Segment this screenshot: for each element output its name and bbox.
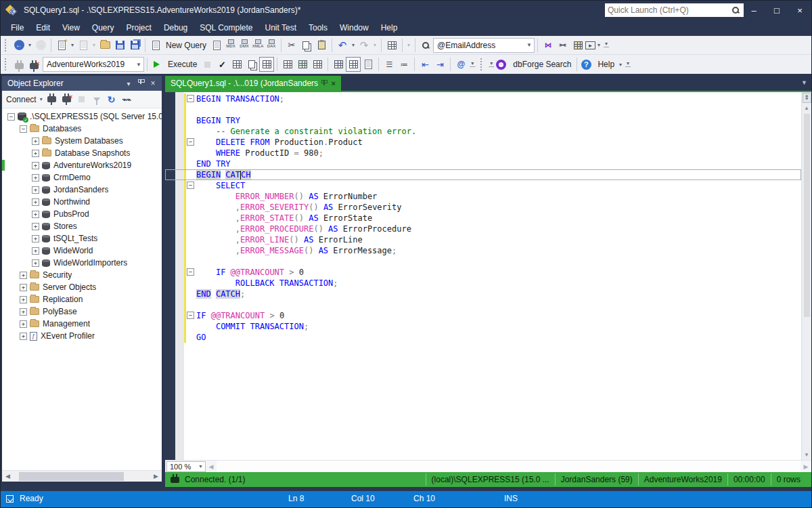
specify-values-button[interactable]: @ xyxy=(453,57,468,72)
toolbar2-overflow-3[interactable]: ▾— xyxy=(624,61,632,68)
code-line-3[interactable]: BEGIN TRY xyxy=(165,115,801,126)
maximize-button[interactable]: □ xyxy=(765,1,788,20)
code-line-13[interactable]: ,ERROR_PROCEDURE() AS ErrorProcedure xyxy=(165,224,801,234)
code-line-20[interactable] xyxy=(165,299,801,310)
code-line-15[interactable]: ,ERROR_MESSAGE() AS ErrorMessage; xyxy=(165,245,801,256)
code-line-11[interactable]: ,ERROR_SEVERITY() AS ErrorSeverity xyxy=(165,202,801,213)
undo-button[interactable]: ↶ xyxy=(335,38,350,53)
tree-item-stores[interactable]: +Stores xyxy=(2,220,162,232)
estimated-plan-button[interactable] xyxy=(229,57,244,72)
paste-button[interactable] xyxy=(314,38,329,53)
code-line-6[interactable]: WHERE ProductID = 980; xyxy=(165,148,801,158)
add-item-button[interactable] xyxy=(76,38,91,53)
connect-button[interactable]: Connect xyxy=(6,95,37,104)
menu-debug[interactable]: Debug xyxy=(158,21,194,35)
expand-icon[interactable]: + xyxy=(32,223,39,230)
object-explorer-hscrollbar[interactable]: ◀ ▶ xyxy=(2,470,162,482)
expand-icon[interactable]: + xyxy=(20,320,27,328)
tree-item-crmdemo[interactable]: +CrmDemo xyxy=(2,171,162,184)
code-line-19[interactable]: END CATCH; xyxy=(165,289,801,299)
tree-item-server-objects[interactable]: +Server Objects xyxy=(2,281,162,293)
expand-icon[interactable]: + xyxy=(32,211,39,218)
expand-icon[interactable]: + xyxy=(20,333,27,340)
copy-button[interactable] xyxy=(299,38,314,53)
parse-button[interactable]: ✓ xyxy=(215,57,229,72)
toolbar-overflow[interactable]: ▾— xyxy=(602,41,610,49)
object-explorer-header[interactable]: Object Explorer ▾ × xyxy=(2,76,162,91)
help-button[interactable]: Help xyxy=(597,60,614,69)
tree-item-northwind[interactable]: +Northwind xyxy=(2,196,162,208)
query-options-button[interactable] xyxy=(244,57,259,72)
code-line-8[interactable]: BEGIN CATCH xyxy=(165,169,801,180)
results-to-text-button[interactable] xyxy=(331,57,346,72)
minimize-button[interactable]: – xyxy=(742,1,765,20)
tab-list-chevron-icon[interactable]: ▼ xyxy=(801,79,807,86)
menu-help[interactable]: Help xyxy=(375,21,404,35)
quick-launch-input[interactable] xyxy=(605,5,731,15)
decrease-indent-button[interactable]: ⇤ xyxy=(418,57,432,72)
code-line-23[interactable]: GO xyxy=(165,332,801,343)
code-line-12[interactable]: ,ERROR_STATE() AS ErrorState xyxy=(165,213,801,224)
code-line-4[interactable]: -- Generate a constraint violation error… xyxy=(165,126,801,137)
toolbar-grip-2[interactable] xyxy=(5,58,9,70)
command-window-button[interactable]: ▸ xyxy=(585,41,595,49)
tree-item-database-snapshots[interactable]: +Database Snapshots xyxy=(2,147,162,159)
stop-button[interactable] xyxy=(74,92,89,107)
email-combobox[interactable]: @EmailAddress ▼ xyxy=(433,38,535,53)
menu-edit[interactable]: Edit xyxy=(30,21,56,35)
activity-monitor-icon[interactable]: ⌁⌁ xyxy=(119,92,134,107)
execute-icon[interactable] xyxy=(150,57,165,72)
tree-item-wideworldimporters[interactable]: +WideWorldImporters xyxy=(2,257,162,269)
code-line-1[interactable]: −BEGIN TRANSACTION; xyxy=(165,93,801,104)
command-window-dropdown[interactable]: ▾ xyxy=(595,42,602,48)
toolbar2-overflow-2[interactable]: ▾— xyxy=(487,61,495,68)
tree-item-security[interactable]: +Security xyxy=(2,269,162,281)
save-button[interactable] xyxy=(112,38,127,53)
new-dmx-query-button[interactable]: DMX xyxy=(238,39,251,51)
tree-item-tsqlt-tests[interactable]: +tSQLt_Tests xyxy=(2,232,162,245)
scroll-thumb[interactable] xyxy=(19,472,124,481)
redo-dropdown[interactable]: ▾ xyxy=(371,42,378,48)
execute-button[interactable]: Execute xyxy=(168,60,197,69)
open-file-button[interactable] xyxy=(97,38,112,53)
panel-pin-icon[interactable] xyxy=(135,79,147,88)
dbforge-search-button[interactable]: dbForge Search xyxy=(513,60,571,69)
toolbar2-overflow-1[interactable]: ▾— xyxy=(468,61,476,68)
connect-plug-icon[interactable] xyxy=(12,57,26,72)
code-area[interactable]: −BEGIN TRANSACTION;BEGIN TRY -- Generate… xyxy=(165,92,801,460)
expand-icon[interactable]: + xyxy=(32,137,39,145)
menu-tools[interactable]: Tools xyxy=(302,21,334,35)
code-line-22[interactable]: COMMIT TRANSACTION; xyxy=(165,321,801,332)
zoom-combobox[interactable]: 100 % ▼ xyxy=(166,461,206,472)
panel-close-icon[interactable]: × xyxy=(147,79,159,88)
code-line-10[interactable]: ERROR_NUMBER() AS ErrorNumber xyxy=(165,191,801,202)
navigate-back-dropdown[interactable]: ▾ xyxy=(26,42,33,48)
expand-icon[interactable]: + xyxy=(20,272,27,279)
expand-icon[interactable]: + xyxy=(32,186,39,194)
expand-icon[interactable]: + xyxy=(32,198,39,206)
properties-wrench-button[interactable]: 🔧︎ xyxy=(556,38,570,53)
fold-collapse-icon[interactable]: − xyxy=(187,182,194,189)
menu-window[interactable]: Window xyxy=(334,21,375,35)
comment-lines-button[interactable]: ☰ xyxy=(382,57,397,72)
expand-icon[interactable]: + xyxy=(32,162,39,169)
scroll-up-icon[interactable]: ▲ xyxy=(804,105,809,111)
editor-vscrollbar[interactable]: ⇕ ▲ ▼ xyxy=(801,92,811,460)
code-line-17[interactable]: − IF @@TRANCOUNT > 0 xyxy=(165,267,801,278)
toolbar-grip[interactable] xyxy=(5,39,9,51)
tree-item-xevent-profiler[interactable]: +XEvent Profiler xyxy=(2,330,162,342)
editor-scroll-right-icon[interactable]: ▶ xyxy=(800,463,811,470)
tree-item-management[interactable]: +Management xyxy=(2,318,162,330)
collapse-icon[interactable]: − xyxy=(20,125,27,133)
new-query-button[interactable]: New Query xyxy=(166,41,206,50)
new-item-button[interactable] xyxy=(54,38,69,53)
zoom-dropdown-icon[interactable]: ▼ xyxy=(196,464,205,469)
change-connection-button[interactable]: × xyxy=(26,57,41,72)
new-mdx-query-button[interactable]: MDX xyxy=(224,39,238,51)
fold-collapse-icon[interactable]: − xyxy=(187,138,194,146)
refresh-button[interactable]: ↻ xyxy=(104,92,119,107)
increase-indent-button[interactable]: ⇥ xyxy=(432,57,447,72)
uncomment-lines-button[interactable]: ≔ xyxy=(397,57,411,72)
navigate-forward-button[interactable]: → xyxy=(33,38,48,53)
tab-pin-icon[interactable] xyxy=(321,79,328,87)
